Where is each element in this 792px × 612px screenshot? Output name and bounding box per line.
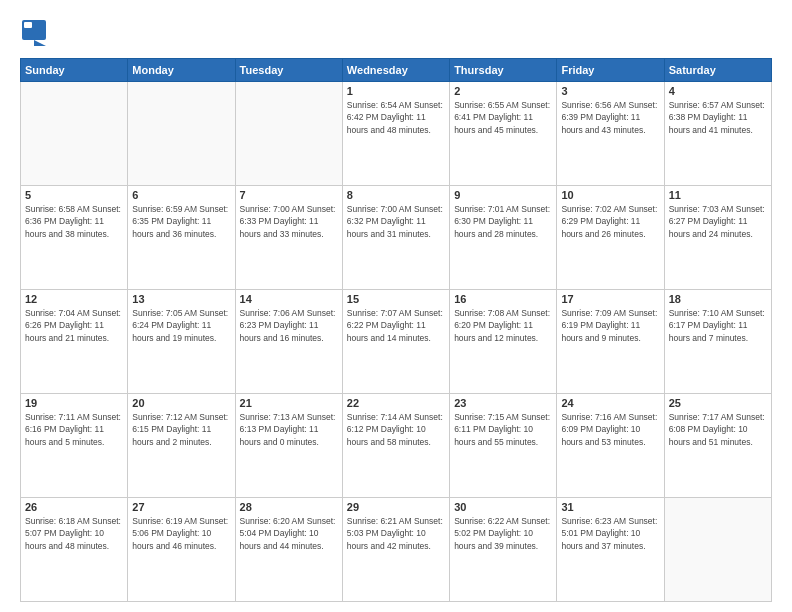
day-number: 22 (347, 397, 445, 409)
day-info: Sunrise: 6:57 AM Sunset: 6:38 PM Dayligh… (669, 99, 767, 136)
day-info: Sunrise: 7:03 AM Sunset: 6:27 PM Dayligh… (669, 203, 767, 240)
calendar-cell: 25Sunrise: 7:17 AM Sunset: 6:08 PM Dayli… (664, 394, 771, 498)
day-number: 7 (240, 189, 338, 201)
page: SundayMondayTuesdayWednesdayThursdayFrid… (0, 0, 792, 612)
day-number: 2 (454, 85, 552, 97)
day-number: 8 (347, 189, 445, 201)
day-info: Sunrise: 7:11 AM Sunset: 6:16 PM Dayligh… (25, 411, 123, 448)
weekday-header-sunday: Sunday (21, 59, 128, 82)
calendar-cell: 7Sunrise: 7:00 AM Sunset: 6:33 PM Daylig… (235, 186, 342, 290)
calendar-cell: 15Sunrise: 7:07 AM Sunset: 6:22 PM Dayli… (342, 290, 449, 394)
day-number: 5 (25, 189, 123, 201)
day-number: 28 (240, 501, 338, 513)
calendar-cell: 1Sunrise: 6:54 AM Sunset: 6:42 PM Daylig… (342, 82, 449, 186)
calendar-cell: 24Sunrise: 7:16 AM Sunset: 6:09 PM Dayli… (557, 394, 664, 498)
calendar-cell (21, 82, 128, 186)
day-info: Sunrise: 7:01 AM Sunset: 6:30 PM Dayligh… (454, 203, 552, 240)
day-info: Sunrise: 7:02 AM Sunset: 6:29 PM Dayligh… (561, 203, 659, 240)
day-info: Sunrise: 6:21 AM Sunset: 5:03 PM Dayligh… (347, 515, 445, 552)
weekday-header-friday: Friday (557, 59, 664, 82)
day-info: Sunrise: 6:22 AM Sunset: 5:02 PM Dayligh… (454, 515, 552, 552)
calendar-cell: 28Sunrise: 6:20 AM Sunset: 5:04 PM Dayli… (235, 498, 342, 602)
day-number: 10 (561, 189, 659, 201)
day-info: Sunrise: 7:00 AM Sunset: 6:33 PM Dayligh… (240, 203, 338, 240)
calendar-cell: 21Sunrise: 7:13 AM Sunset: 6:13 PM Dayli… (235, 394, 342, 498)
day-number: 3 (561, 85, 659, 97)
logo-icon (20, 18, 48, 50)
calendar-cell: 5Sunrise: 6:58 AM Sunset: 6:36 PM Daylig… (21, 186, 128, 290)
weekday-header-wednesday: Wednesday (342, 59, 449, 82)
day-number: 29 (347, 501, 445, 513)
calendar-cell: 14Sunrise: 7:06 AM Sunset: 6:23 PM Dayli… (235, 290, 342, 394)
calendar-cell: 12Sunrise: 7:04 AM Sunset: 6:26 PM Dayli… (21, 290, 128, 394)
day-number: 27 (132, 501, 230, 513)
calendar-cell: 20Sunrise: 7:12 AM Sunset: 6:15 PM Dayli… (128, 394, 235, 498)
day-number: 4 (669, 85, 767, 97)
day-info: Sunrise: 7:06 AM Sunset: 6:23 PM Dayligh… (240, 307, 338, 344)
calendar-row-0: 1Sunrise: 6:54 AM Sunset: 6:42 PM Daylig… (21, 82, 772, 186)
day-info: Sunrise: 7:17 AM Sunset: 6:08 PM Dayligh… (669, 411, 767, 448)
day-info: Sunrise: 6:55 AM Sunset: 6:41 PM Dayligh… (454, 99, 552, 136)
day-info: Sunrise: 6:19 AM Sunset: 5:06 PM Dayligh… (132, 515, 230, 552)
calendar-cell (664, 498, 771, 602)
day-number: 6 (132, 189, 230, 201)
weekday-header-monday: Monday (128, 59, 235, 82)
day-info: Sunrise: 7:13 AM Sunset: 6:13 PM Dayligh… (240, 411, 338, 448)
day-info: Sunrise: 7:12 AM Sunset: 6:15 PM Dayligh… (132, 411, 230, 448)
day-info: Sunrise: 6:54 AM Sunset: 6:42 PM Dayligh… (347, 99, 445, 136)
day-info: Sunrise: 7:08 AM Sunset: 6:20 PM Dayligh… (454, 307, 552, 344)
day-number: 23 (454, 397, 552, 409)
day-info: Sunrise: 7:00 AM Sunset: 6:32 PM Dayligh… (347, 203, 445, 240)
calendar-cell: 23Sunrise: 7:15 AM Sunset: 6:11 PM Dayli… (450, 394, 557, 498)
calendar-cell: 10Sunrise: 7:02 AM Sunset: 6:29 PM Dayli… (557, 186, 664, 290)
day-number: 30 (454, 501, 552, 513)
day-info: Sunrise: 6:59 AM Sunset: 6:35 PM Dayligh… (132, 203, 230, 240)
day-info: Sunrise: 6:18 AM Sunset: 5:07 PM Dayligh… (25, 515, 123, 552)
calendar-cell: 11Sunrise: 7:03 AM Sunset: 6:27 PM Dayli… (664, 186, 771, 290)
day-number: 31 (561, 501, 659, 513)
day-number: 21 (240, 397, 338, 409)
logo (20, 18, 48, 50)
day-info: Sunrise: 7:14 AM Sunset: 6:12 PM Dayligh… (347, 411, 445, 448)
day-number: 9 (454, 189, 552, 201)
calendar-cell: 17Sunrise: 7:09 AM Sunset: 6:19 PM Dayli… (557, 290, 664, 394)
day-info: Sunrise: 7:07 AM Sunset: 6:22 PM Dayligh… (347, 307, 445, 344)
calendar-cell: 18Sunrise: 7:10 AM Sunset: 6:17 PM Dayli… (664, 290, 771, 394)
day-number: 1 (347, 85, 445, 97)
calendar-row-4: 26Sunrise: 6:18 AM Sunset: 5:07 PM Dayli… (21, 498, 772, 602)
calendar-cell: 6Sunrise: 6:59 AM Sunset: 6:35 PM Daylig… (128, 186, 235, 290)
weekday-header-saturday: Saturday (664, 59, 771, 82)
day-info: Sunrise: 7:15 AM Sunset: 6:11 PM Dayligh… (454, 411, 552, 448)
day-info: Sunrise: 7:10 AM Sunset: 6:17 PM Dayligh… (669, 307, 767, 344)
weekday-header-thursday: Thursday (450, 59, 557, 82)
calendar-cell: 19Sunrise: 7:11 AM Sunset: 6:16 PM Dayli… (21, 394, 128, 498)
calendar-cell: 29Sunrise: 6:21 AM Sunset: 5:03 PM Dayli… (342, 498, 449, 602)
calendar-cell: 16Sunrise: 7:08 AM Sunset: 6:20 PM Dayli… (450, 290, 557, 394)
calendar-cell: 4Sunrise: 6:57 AM Sunset: 6:38 PM Daylig… (664, 82, 771, 186)
day-info: Sunrise: 7:04 AM Sunset: 6:26 PM Dayligh… (25, 307, 123, 344)
weekday-header-tuesday: Tuesday (235, 59, 342, 82)
calendar-row-1: 5Sunrise: 6:58 AM Sunset: 6:36 PM Daylig… (21, 186, 772, 290)
calendar-cell: 26Sunrise: 6:18 AM Sunset: 5:07 PM Dayli… (21, 498, 128, 602)
day-number: 14 (240, 293, 338, 305)
calendar-row-3: 19Sunrise: 7:11 AM Sunset: 6:16 PM Dayli… (21, 394, 772, 498)
day-number: 16 (454, 293, 552, 305)
calendar-cell: 31Sunrise: 6:23 AM Sunset: 5:01 PM Dayli… (557, 498, 664, 602)
calendar-cell: 9Sunrise: 7:01 AM Sunset: 6:30 PM Daylig… (450, 186, 557, 290)
day-info: Sunrise: 6:58 AM Sunset: 6:36 PM Dayligh… (25, 203, 123, 240)
svg-rect-2 (24, 22, 32, 28)
day-number: 24 (561, 397, 659, 409)
day-info: Sunrise: 7:09 AM Sunset: 6:19 PM Dayligh… (561, 307, 659, 344)
svg-marker-1 (34, 40, 46, 46)
calendar-row-2: 12Sunrise: 7:04 AM Sunset: 6:26 PM Dayli… (21, 290, 772, 394)
day-info: Sunrise: 6:20 AM Sunset: 5:04 PM Dayligh… (240, 515, 338, 552)
day-number: 19 (25, 397, 123, 409)
day-info: Sunrise: 6:56 AM Sunset: 6:39 PM Dayligh… (561, 99, 659, 136)
calendar-cell: 30Sunrise: 6:22 AM Sunset: 5:02 PM Dayli… (450, 498, 557, 602)
calendar-cell: 3Sunrise: 6:56 AM Sunset: 6:39 PM Daylig… (557, 82, 664, 186)
calendar-cell: 13Sunrise: 7:05 AM Sunset: 6:24 PM Dayli… (128, 290, 235, 394)
day-number: 25 (669, 397, 767, 409)
day-number: 15 (347, 293, 445, 305)
calendar-cell (235, 82, 342, 186)
day-number: 11 (669, 189, 767, 201)
